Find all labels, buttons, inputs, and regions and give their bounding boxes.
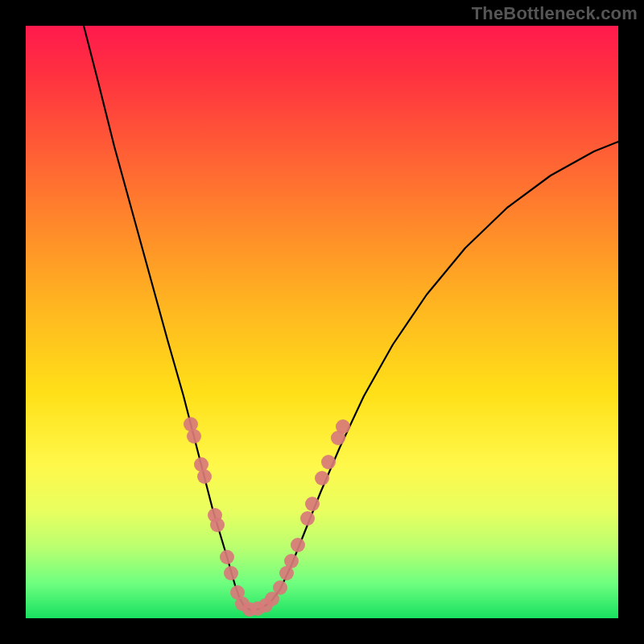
data-marker	[300, 511, 315, 526]
curve-right-branch	[251, 142, 618, 610]
data-marker	[220, 550, 234, 564]
data-marker	[224, 566, 238, 580]
data-markers	[184, 417, 350, 617]
data-marker	[210, 518, 225, 532]
data-marker	[321, 455, 336, 469]
data-marker	[305, 497, 320, 511]
data-marker	[284, 554, 299, 568]
watermark-text: TheBottleneck.com	[472, 3, 638, 24]
data-marker	[273, 580, 287, 595]
data-marker	[187, 429, 201, 444]
bottleneck-curve	[26, 26, 618, 618]
data-marker	[291, 538, 305, 552]
data-marker	[315, 471, 329, 485]
data-marker	[336, 419, 350, 434]
chart-frame: TheBottleneck.com	[0, 0, 644, 644]
data-marker	[197, 469, 212, 484]
plot-area	[26, 26, 618, 618]
curve-left-branch	[84, 26, 251, 610]
